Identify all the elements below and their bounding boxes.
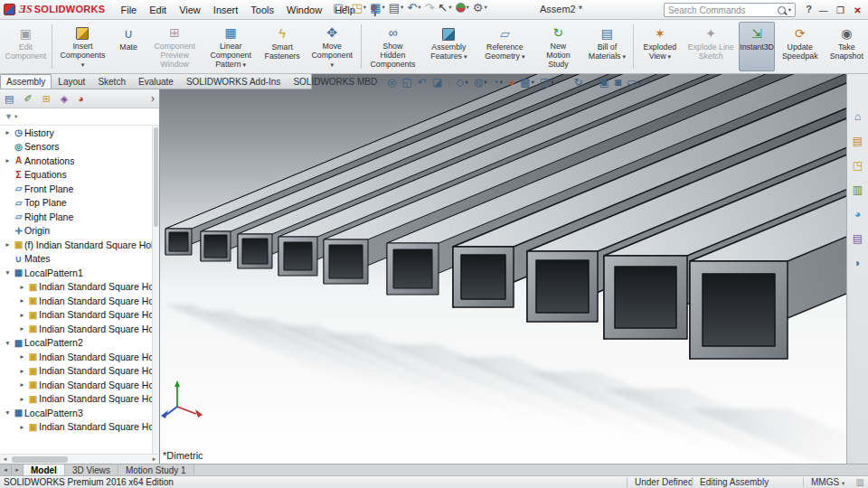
tree-item-indian-standard-square-hollow[interactable]: ▸▣Indian Standard Square Hollow (0, 308, 152, 323)
expand-arrow-icon[interactable]: ▸ (17, 352, 27, 361)
tree-item-localpattern3[interactable]: ▾▦LocalPattern3 (0, 406, 152, 420)
edit-appearance-icon[interactable]: ◕ (508, 77, 514, 88)
tree-item-right-plane[interactable]: ▱Right Plane (0, 210, 152, 224)
menu-insert[interactable]: Insert (207, 2, 245, 18)
apply-scene-icon[interactable]: ▩▾ (520, 77, 534, 88)
tree-item-indian-standard-square-hollow[interactable]: ▸▣Indian Standard Square Hollow (0, 294, 152, 308)
displaymanager-tab[interactable]: ◕ (78, 93, 84, 104)
fullscreen-icon[interactable]: ▭▾ (627, 77, 641, 88)
search-icon[interactable] (778, 6, 786, 14)
forum-icon[interactable]: ◗ (854, 257, 861, 269)
tree-item-origin[interactable]: ✛Origin (0, 224, 152, 239)
expand-arrow-icon[interactable]: ▸ (3, 156, 13, 164)
expand-arrow-icon[interactable]: ▸ (17, 311, 27, 319)
scrollbar-thumb[interactable] (154, 127, 158, 227)
assembly-features-button[interactable]: Assembly Features ▾ (420, 22, 476, 71)
options-icon[interactable]: ⚙▾ (473, 2, 487, 14)
tab-assembly[interactable]: Assembly (0, 74, 52, 89)
scrollbar-thumb[interactable] (12, 456, 68, 463)
configurationmanager-tab[interactable]: ⊞ (42, 93, 51, 105)
scroll-right-icon[interactable]: ▸ (149, 455, 159, 463)
dimxpertmanager-tab[interactable]: ◈ (61, 93, 68, 105)
exploded-view-button[interactable]: ✶Exploded View ▾ (637, 22, 683, 71)
tree-item-indian-standard-square-hollow[interactable]: ▸▣Indian Standard Square Hollow (0, 364, 152, 379)
hide-show-items-icon[interactable]: ◔▾ (492, 77, 503, 88)
help-button[interactable]: ? (806, 4, 812, 14)
zoom-to-area-icon[interactable]: ◱ (401, 77, 411, 88)
search-dropdown-icon[interactable]: ▾ (788, 6, 791, 14)
tree-item-indian-standard-square-hollow[interactable]: ▸▣Indian Standard Square Hollow (0, 420, 152, 435)
tab-solidworks-mbd[interactable]: SOLIDWORKS MBD (287, 74, 383, 89)
expand-arrow-icon[interactable]: ▸ (17, 395, 27, 403)
search-commands-box[interactable]: Search Commands ▾ (664, 3, 796, 17)
new-icon[interactable]: ▢▾ (333, 2, 348, 14)
tree-item-sensors[interactable]: ◎Sensors (0, 140, 152, 155)
tree-item-indian-standard-square-hollow[interactable]: ▸▣Indian Standard Square Hollow (0, 280, 152, 295)
search-input[interactable]: Search Commands (668, 5, 778, 15)
open-icon[interactable]: ◳▾ (352, 2, 367, 14)
instant3d-button[interactable]: ⇲Instant3D (739, 22, 775, 71)
select-icon[interactable]: ↖▾ (438, 2, 451, 14)
rotate-view-icon[interactable]: ↻ (573, 77, 582, 88)
print-icon[interactable]: ▤▾ (389, 2, 404, 14)
tree-item-front-plane[interactable]: ▱Front Plane (0, 182, 152, 196)
file-explorer-icon[interactable]: ◳ (853, 159, 863, 172)
redo-icon[interactable]: ↷ (424, 2, 434, 14)
view-settings-icon[interactable]: ◫▾ (540, 77, 554, 88)
expand-arrow-icon[interactable]: ▸ (17, 367, 27, 375)
display-style-icon[interactable]: ◍▾ (474, 77, 487, 88)
previous-view-icon[interactable]: ↶ (418, 77, 427, 88)
move-component-button[interactable]: ✥Move Component ▾ (306, 22, 358, 71)
tab-3d-views[interactable]: 3D Views (65, 465, 118, 475)
featuremanager-tab[interactable]: ▤ (5, 93, 14, 105)
tab-solidworks-add-ins[interactable]: SOLIDWORKS Add-Ins (180, 74, 287, 89)
expand-arrow-icon[interactable]: ▸ (17, 283, 27, 291)
tab-sketch[interactable]: Sketch (91, 74, 132, 89)
tree-item-f-indian-standard-square-hollow[interactable]: ▸▣(f) Indian Standard Square Hollow (0, 238, 152, 252)
menu-edit[interactable]: Edit (143, 2, 173, 18)
expand-arrow-icon[interactable]: ▸ (17, 324, 27, 333)
view-orientation-icon[interactable]: ◇▾ (456, 77, 468, 88)
expand-arrow-icon[interactable]: ▸ (17, 380, 27, 389)
design-library-icon[interactable]: ▤ (853, 135, 863, 147)
panel-expand-chevron-icon[interactable]: › (151, 92, 155, 105)
tree-item-history[interactable]: ▸◷History (0, 126, 152, 140)
menu-tools[interactable]: Tools (244, 2, 280, 18)
tree-item-top-plane[interactable]: ▱Top Plane (0, 196, 152, 211)
tree-item-indian-standard-square-hollow[interactable]: ▸▣Indian Standard Square Hollow (0, 322, 152, 336)
insert-components-button[interactable]: Insert Components ▾ (55, 22, 110, 71)
tree-vertical-scrollbar[interactable] (152, 126, 159, 454)
scroll-left-icon[interactable]: ◂ (0, 455, 10, 463)
show-hidden-components-button[interactable]: ∞Show Hidden Components (364, 22, 420, 71)
home-icon[interactable]: ⌂ (854, 110, 861, 123)
tab-layout[interactable]: Layout (52, 74, 91, 89)
tree-item-equations[interactable]: ΣEquations (0, 168, 152, 183)
dropdown-arrow-icon[interactable]: ▾ (842, 480, 844, 486)
tree-item-annotations[interactable]: ▸AAnnotations (0, 154, 152, 168)
tree-item-mates[interactable]: ∪Mates (0, 252, 152, 267)
update-speedpak-button[interactable]: ⟳Update Speedpak (775, 22, 825, 71)
expand-arrow-icon[interactable]: ▾ (3, 339, 13, 347)
new-motion-study-button[interactable]: ↻New Motion Study (533, 22, 583, 71)
tab-scroll-right[interactable]: ▸ (12, 465, 24, 475)
filter-funnel-icon[interactable]: ▼ (5, 112, 13, 121)
undo-icon[interactable]: ↶▾ (407, 2, 420, 14)
tree-item-localpattern2[interactable]: ▾▦LocalPattern2 (0, 336, 152, 351)
tree-item-localpattern1[interactable]: ▾▦LocalPattern1 (0, 266, 152, 280)
view-palette-icon[interactable]: ▥ (853, 183, 863, 196)
menu-file[interactable]: File (114, 2, 143, 18)
smart-fasteners-button[interactable]: ϟSmart Fasteners (259, 22, 306, 71)
tree-item-indian-standard-square-hollow[interactable]: ▸▣Indian Standard Square Hollow (0, 378, 152, 392)
tab-scroll-left[interactable]: ◂ (0, 465, 12, 475)
filter-dropdown-icon[interactable]: ▾ (14, 113, 17, 120)
rebuild-icon[interactable]: ▾ (456, 3, 469, 13)
custom-properties-icon[interactable]: ▤ (853, 232, 863, 245)
close-button[interactable]: ✕ (849, 5, 866, 15)
tree-filter-row[interactable]: ▼ ▾ (0, 108, 159, 126)
tab-evaluate[interactable]: Evaluate (132, 74, 180, 89)
tree-horizontal-scrollbar[interactable]: ◂ ▸ (0, 454, 159, 464)
tree-item-indian-standard-square-hollow[interactable]: ▸▣Indian Standard Square Hollow (0, 350, 152, 364)
restore-button[interactable]: ❐ (832, 5, 849, 15)
tree-item-indian-standard-square-hollow[interactable]: ▸▣Indian Standard Square Hollow (0, 392, 152, 407)
zoom-to-fit-icon[interactable]: ◎ (387, 77, 396, 88)
